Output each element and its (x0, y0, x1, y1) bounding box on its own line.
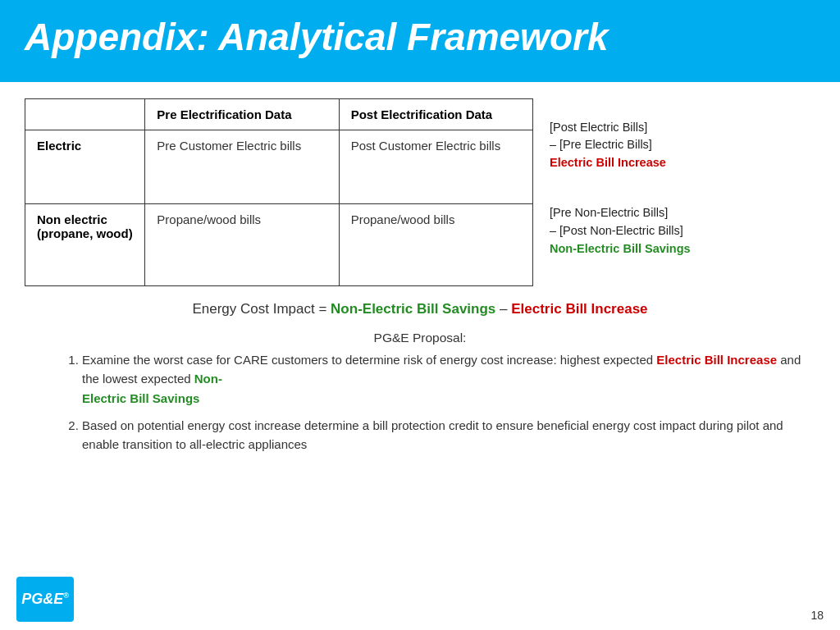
pge-logo: PG&E® (16, 577, 74, 622)
cell-electric-post: Post Customer Electric bills (339, 130, 532, 204)
formula-prefix: Energy Cost Impact = (192, 301, 331, 317)
formula-red-text: Electric Bill Increase (511, 301, 647, 317)
annotation-electric-line1: [Post Electric Bills] (550, 119, 796, 137)
annotation-electric-line2: – [Pre Electric Bills] (550, 136, 796, 154)
col-header-post: Post Electrification Data (339, 99, 532, 130)
annotation-nonelectric-line2: – [Post Non-Electric Bills] (550, 222, 796, 240)
list-item: Based on potential energy cost increase … (82, 416, 815, 454)
annotation-nonelectric-line3: Non-Electric Bill Savings (550, 240, 796, 258)
header: Appendix: Analytical Framework (0, 0, 840, 82)
main-content: Pre Electrification Data Post Electrific… (0, 82, 840, 470)
proposal-list: Examine the worst case for CARE customer… (66, 350, 815, 454)
proposal-item2-text: Based on potential energy cost increase … (82, 418, 783, 451)
data-table: Pre Electrification Data Post Electrific… (25, 98, 533, 286)
annotations-panel: [Post Electric Bills] – [Pre Electric Bi… (550, 98, 796, 286)
table-header-row: Pre Electrification Data Post Electrific… (25, 99, 533, 130)
table-row: Electric Pre Customer Electric bills Pos… (25, 130, 533, 204)
bottom-bar: PG&E® 18 (16, 577, 824, 622)
logo-registered: ® (63, 591, 69, 600)
table-row: Non electric (propane, wood) Propane/woo… (25, 204, 533, 286)
formula-section: Energy Cost Impact = Non-Electric Bill S… (25, 301, 815, 317)
nonelectric-annotation: [Pre Non-Electric Bills] – [Post Non-Ele… (550, 204, 796, 258)
page-title: Appendix: Analytical Framework (25, 15, 815, 59)
proposal-section: PG&E Proposal: Examine the worst case fo… (25, 331, 815, 462)
annotation-electric-line3: Electric Bill Increase (550, 154, 796, 172)
proposal-item1-red: Electric Bill Increase (656, 353, 777, 367)
row-label-electric: Electric (25, 130, 145, 204)
formula-green-text: Non-Electric Bill Savings (331, 301, 495, 317)
cell-nonelectric-pre: Propane/wood bills (145, 204, 339, 286)
top-section: Pre Electrification Data Post Electrific… (25, 98, 815, 286)
cell-electric-pre: Pre Customer Electric bills (145, 130, 339, 204)
proposal-title: PG&E Proposal: (25, 331, 815, 345)
col-header-pre: Pre Electrification Data (145, 99, 339, 130)
proposal-item1-before: Examine the worst case for CARE customer… (82, 353, 656, 367)
col-header-empty (25, 99, 145, 130)
page-number: 18 (810, 609, 824, 622)
row-label-nonelectric: Non electric (propane, wood) (25, 204, 145, 286)
annotation-nonelectric-line1: [Pre Non-Electric Bills] (550, 204, 796, 222)
electric-annotation: [Post Electric Bills] – [Pre Electric Bi… (550, 119, 796, 172)
formula-separator: – (495, 301, 511, 317)
list-item: Examine the worst case for CARE customer… (82, 350, 815, 408)
cell-nonelectric-post: Propane/wood bills (339, 204, 532, 286)
logo-text: PG&E® (21, 591, 69, 608)
